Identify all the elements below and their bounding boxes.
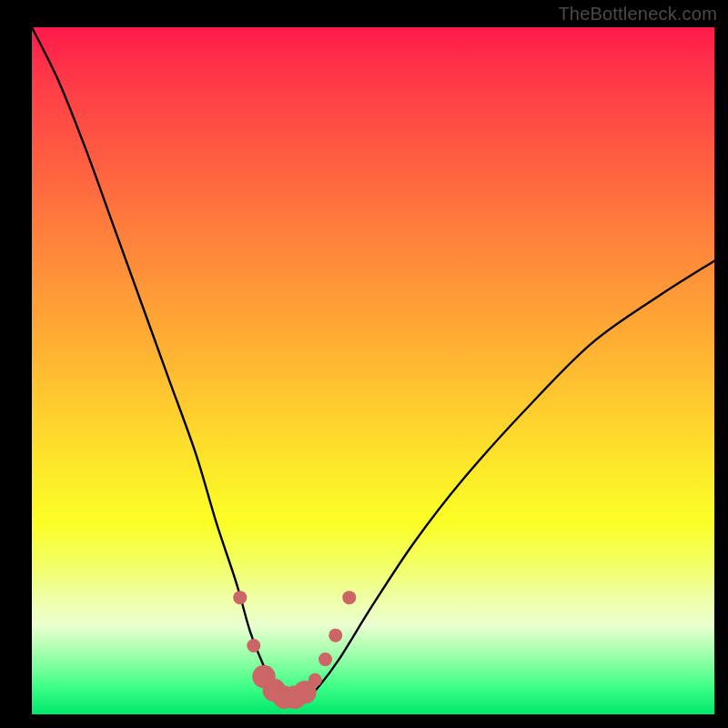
- marker-group: [233, 591, 356, 709]
- curve-marker: [329, 629, 342, 642]
- curve-marker: [247, 639, 260, 652]
- curve-marker: [233, 591, 247, 604]
- bottleneck-chart-svg: [32, 27, 714, 714]
- curve-marker: [308, 673, 322, 687]
- curve-marker: [342, 591, 356, 604]
- outer-frame: TheBottleneck.com: [0, 0, 728, 728]
- curve-marker: [318, 652, 332, 666]
- watermark-text: TheBottleneck.com: [558, 4, 717, 25]
- chart-plot-area: [32, 27, 714, 714]
- bottleneck-curve-line: [32, 27, 714, 704]
